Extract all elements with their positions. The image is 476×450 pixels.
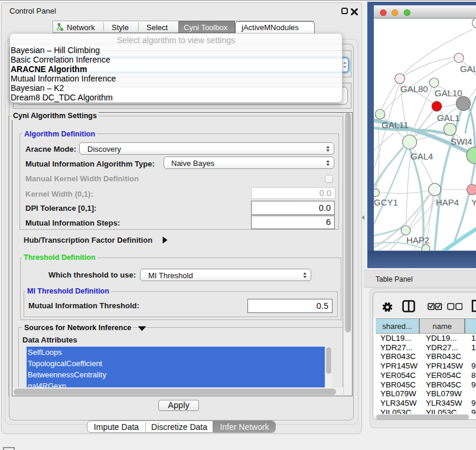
svg-text:GAL4: GAL4 [410, 151, 433, 161]
svg-text:GAL1: GAL1 [437, 113, 459, 123]
svg-text:GAL80: GAL80 [400, 84, 428, 94]
svg-text:GAL10: GAL10 [435, 88, 462, 98]
svg-text:Y: Y [471, 197, 476, 207]
svg-text:HAP4: HAP4 [436, 197, 459, 207]
svg-text:SWI4: SWI4 [451, 136, 472, 146]
svg-text:HAP2: HAP2 [406, 235, 429, 245]
svg-text:GAL: GAL [460, 64, 476, 74]
svg-text:GCY1: GCY1 [374, 197, 398, 207]
svg-text:GAL11: GAL11 [382, 120, 409, 130]
